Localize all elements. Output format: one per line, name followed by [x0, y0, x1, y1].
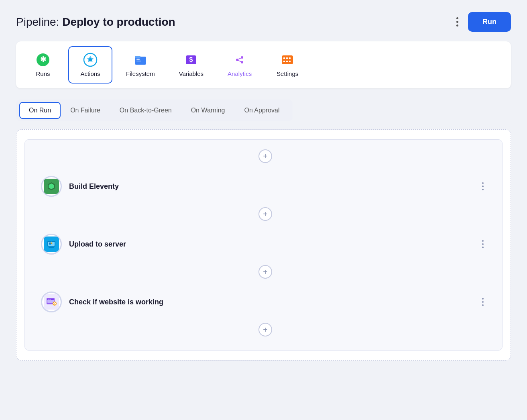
- page-header: Pipeline: Deploy to production Run: [16, 12, 511, 32]
- add-step-row-2: +: [38, 206, 492, 226]
- svg-point-33: [48, 299, 49, 300]
- svg-text:$: $: [189, 56, 193, 63]
- tab-variables[interactable]: $ Variables: [169, 46, 214, 84]
- svg-point-10: [236, 59, 238, 61]
- step-icon-build-eleventy: [44, 179, 59, 194]
- tab-actions-label: Actions: [80, 70, 100, 77]
- svg-rect-29: [49, 247, 54, 248]
- step-name-check-website: Check if website is working: [69, 298, 163, 306]
- dot-i: [482, 304, 484, 306]
- tab-settings-label: Settings: [277, 70, 298, 77]
- header-actions: Run: [453, 12, 511, 32]
- filesystem-icon: [133, 53, 148, 67]
- section-tab-on-approval[interactable]: On Approval: [234, 102, 289, 119]
- dot1: [456, 17, 458, 19]
- dot-b: [482, 186, 484, 187]
- add-step-row-bottom: +: [38, 321, 492, 342]
- svg-text:!: !: [54, 302, 55, 305]
- svg-rect-16: [283, 57, 285, 59]
- tab-filesystem[interactable]: Filesystem: [116, 46, 165, 84]
- tab-settings[interactable]: Settings: [265, 46, 309, 84]
- tab-filesystem-label: Filesystem: [126, 70, 155, 77]
- tab-analytics-label: Analytics: [228, 70, 252, 77]
- section-tab-on-failure[interactable]: On Failure: [61, 102, 110, 119]
- svg-line-14: [238, 61, 241, 62]
- step-icon-wrapper-build-eleventy: [41, 176, 62, 197]
- dot-a: [482, 182, 484, 184]
- step-left-build-eleventy: Build Eleventy: [41, 176, 119, 197]
- variables-icon: $: [184, 53, 198, 67]
- svg-rect-21: [289, 61, 291, 62]
- page-title: Pipeline: Deploy to production: [16, 16, 175, 29]
- step-name-build-eleventy: Build Eleventy: [69, 182, 119, 191]
- run-button[interactable]: Run: [468, 12, 511, 32]
- step-icon-upload-server: 🔒: [44, 237, 59, 252]
- title-bold: Deploy to production: [62, 16, 175, 28]
- svg-rect-5: [135, 56, 140, 58]
- tab-actions[interactable]: Actions: [68, 46, 112, 84]
- section-tab-on-back-to-green[interactable]: On Back-to-Green: [110, 102, 181, 119]
- step-left-check-website: ! Check if website is working: [41, 292, 163, 312]
- step-icon-wrapper-check-website: !: [41, 292, 62, 312]
- pipeline-area: + Build Eleventy: [16, 129, 511, 361]
- svg-point-11: [241, 56, 243, 59]
- more-options-button[interactable]: [453, 14, 462, 30]
- tab-runs[interactable]: ✱ Runs: [21, 46, 65, 84]
- dot-g: [482, 298, 484, 300]
- nav-tabs-bar: ✱ Runs Actions: [16, 41, 511, 88]
- dot-d: [482, 240, 484, 242]
- svg-line-13: [238, 58, 241, 59]
- tab-runs-label: Runs: [36, 70, 50, 77]
- pipeline-step-check-website: ! Check if website is working: [35, 284, 492, 320]
- pipeline-step-build-eleventy: Build Eleventy: [35, 169, 492, 204]
- svg-point-34: [49, 299, 50, 300]
- add-step-row-top: +: [38, 148, 492, 169]
- svg-rect-15: [282, 55, 293, 64]
- step-more-button-upload-server[interactable]: [480, 238, 486, 251]
- section-tab-on-warning[interactable]: On Warning: [181, 102, 235, 119]
- step-left-upload-server: 🔒 Upload to server: [41, 234, 126, 255]
- svg-point-35: [50, 299, 51, 300]
- dot2: [456, 21, 458, 23]
- dot-e: [482, 243, 484, 245]
- add-step-button-3[interactable]: +: [258, 265, 272, 279]
- actions-icon: [83, 53, 98, 67]
- pipeline-step-upload-server: 🔒 Upload to server: [35, 226, 492, 262]
- dot-f: [482, 247, 484, 248]
- section-tab-on-run[interactable]: On Run: [19, 102, 61, 119]
- step-more-button-check-website[interactable]: [480, 296, 486, 308]
- pipeline-inner: + Build Eleventy: [24, 139, 503, 351]
- svg-rect-7: [136, 61, 141, 61]
- svg-text:🔒: 🔒: [50, 241, 53, 244]
- settings-icon: [280, 53, 295, 67]
- svg-text:✱: ✱: [40, 55, 46, 63]
- tab-variables-label: Variables: [179, 70, 203, 77]
- dot-h: [482, 301, 484, 303]
- step-more-button-build-eleventy[interactable]: [480, 180, 486, 193]
- svg-point-3: [89, 58, 92, 61]
- svg-point-12: [241, 61, 243, 63]
- step-icon-check-website: !: [44, 294, 59, 310]
- title-prefix: Pipeline:: [16, 16, 62, 28]
- analytics-icon: [232, 53, 247, 67]
- step-name-upload-server: Upload to server: [69, 240, 126, 249]
- svg-rect-17: [283, 61, 285, 62]
- svg-rect-20: [289, 57, 291, 59]
- svg-rect-6: [136, 59, 140, 60]
- add-step-button-bottom[interactable]: +: [258, 323, 272, 336]
- runs-icon: ✱: [36, 53, 50, 67]
- section-tabs-bar: On Run On Failure On Back-to-Green On Wa…: [16, 100, 293, 121]
- step-icon-wrapper-upload-server: 🔒: [41, 234, 62, 255]
- add-step-row-3: +: [38, 263, 492, 284]
- add-step-button-top[interactable]: +: [258, 149, 272, 163]
- dot-c: [482, 189, 484, 190]
- tab-analytics[interactable]: Analytics: [217, 46, 262, 84]
- svg-rect-19: [286, 61, 288, 62]
- svg-rect-18: [286, 57, 288, 59]
- add-step-button-2[interactable]: +: [258, 207, 272, 221]
- dot3: [456, 24, 458, 27]
